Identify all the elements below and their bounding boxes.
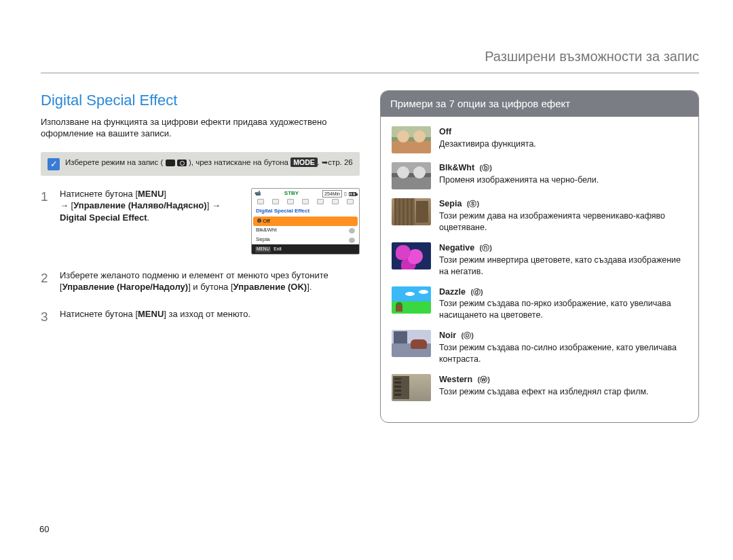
effect-row: Dazzle (ⓓ)Този режим създава по-ярко изо…	[392, 286, 688, 322]
step-1-text: Натиснете бутона [MENU] → [Управление (Н…	[60, 188, 244, 224]
columns: Digital Special Effect Използване на фун…	[41, 90, 699, 423]
page-ref-icon: ➥	[322, 158, 328, 166]
examples-panel: Примери за 7 опции за цифров ефект OffДе…	[380, 90, 699, 423]
effect-row: Sepia (ⓢ)Този режим дава на изображеният…	[392, 198, 688, 234]
effect-text: Western (ⓦ)Този режим създава ефект на и…	[439, 374, 649, 398]
effect-desc: Дезактивира функцията.	[439, 138, 536, 150]
effect-name: Noir (ⓞ)	[439, 330, 688, 341]
lcd-time: 254Min	[322, 190, 342, 198]
lcd-menu-title: Digital Special Effect	[252, 206, 359, 217]
note-box: ✓ Изберете режим на запис ( ), чрез нати…	[41, 152, 360, 176]
step-3: 3 Натиснете бутона [MENU] за изход от ме…	[41, 308, 360, 326]
panel-title: Примери за 7 опции за цифров ефект	[381, 91, 698, 117]
effect-glyph-icon: (ⓢ)	[467, 199, 479, 209]
effect-thumbnail	[392, 198, 431, 225]
effect-row: Noir (ⓞ)Този режим създава по-силно изоб…	[392, 330, 688, 365]
effect-thumbnail	[392, 126, 431, 153]
section-title: Digital Special Effect	[41, 90, 360, 111]
effect-row: Blk&Wht (ⓑ)Променя изображенията на черн…	[392, 162, 688, 189]
effect-glyph-icon	[349, 228, 355, 234]
effect-thumbnail	[392, 162, 431, 189]
step-2: 2 Изберете желаното подменю и елемент от…	[41, 269, 360, 293]
effects-list: OffДезактивира функцията.Blk&Wht (ⓑ)Пром…	[381, 117, 698, 422]
effect-text: Blk&Wht (ⓑ)Променя изображенията на черн…	[439, 162, 599, 186]
effect-text: OffДезактивира функцията.	[439, 126, 536, 150]
page: Разширени възможности за запис Digital S…	[0, 0, 733, 450]
effect-thumbnail	[392, 286, 431, 314]
effect-text: Noir (ⓞ)Този режим създава по-силно изоб…	[439, 330, 688, 365]
note-text: Изберете режим на запис ( ), чрез натиск…	[65, 157, 353, 168]
effect-thumbnail	[392, 330, 431, 357]
menu-key-label: MENU	[255, 246, 271, 253]
effect-thumbnail	[392, 242, 431, 269]
effect-row: Negative (ⓝ)Този режим инвертира цветове…	[392, 242, 688, 278]
effect-text: Sepia (ⓢ)Този режим дава на изображеният…	[439, 198, 688, 234]
effect-name: Negative (ⓝ)	[439, 242, 688, 254]
step-1: 1 Натиснете бутона [MENU] → [Управление …	[41, 188, 360, 255]
effect-glyph-icon: (ⓞ)	[461, 331, 473, 341]
effect-glyph-icon	[349, 238, 355, 243]
effect-desc: Този режим инвертира цветовете, като съз…	[439, 255, 688, 278]
effect-glyph-icon: (ⓝ)	[480, 243, 492, 253]
right-column: Примери за 7 опции за цифров ефект OffДе…	[380, 90, 699, 423]
step-number: 1	[41, 188, 52, 206]
effect-name: Off	[439, 126, 536, 138]
page-header: Разширени възможности за запис	[41, 48, 699, 73]
lcd-exit-bar: MENU Exit	[252, 244, 359, 253]
effect-glyph-icon: (ⓓ)	[470, 287, 483, 297]
effect-name: Dazzle (ⓓ)	[439, 286, 688, 298]
lcd-exit-label: Exit	[274, 246, 282, 252]
step-3-text: Натиснете бутона [MENU] за изход от меню…	[60, 308, 360, 320]
step-number: 3	[41, 308, 52, 326]
page-number: 60	[39, 523, 49, 536]
effect-thumbnail	[392, 374, 431, 401]
lcd-preview: 📹 STBY 254Min ▯	[251, 188, 360, 255]
lcd-icon-row	[252, 198, 359, 206]
sd-icon: ▯	[344, 191, 347, 197]
lcd-menu-item-blkwht: Blk&Wht	[252, 226, 359, 236]
check-icon: ✓	[48, 158, 60, 170]
effect-text: Dazzle (ⓓ)Този режим създава по-ярко изо…	[439, 286, 688, 322]
effect-name: Western (ⓦ)	[439, 374, 649, 386]
effect-desc: Този режим създава ефект на избледнял ст…	[439, 386, 649, 398]
effect-name: Sepia (ⓢ)	[439, 198, 688, 210]
battery-icon	[349, 192, 356, 196]
video-icon	[166, 160, 175, 166]
effect-text: Negative (ⓝ)Този режим инвертира цветове…	[439, 242, 688, 278]
steps-list: 1 Натиснете бутона [MENU] → [Управление …	[41, 188, 360, 326]
effect-name: Blk&Wht (ⓑ)	[439, 162, 599, 174]
intro-text: Използване на функцията за цифрови ефект…	[41, 116, 360, 140]
left-column: Digital Special Effect Използване на фун…	[41, 90, 360, 423]
camera-icon	[177, 160, 187, 166]
effect-row: OffДезактивира функцията.	[392, 126, 688, 153]
lcd-menu-item-off: Off	[253, 217, 358, 226]
effect-row: Western (ⓦ)Този режим създава ефект на и…	[392, 374, 688, 401]
lcd-mode-icon: 📹	[255, 190, 261, 197]
effect-glyph-icon: (ⓑ)	[480, 163, 492, 173]
effect-desc: Променя изображенията на черно-бели.	[439, 174, 599, 186]
effect-desc: Този режим създава по-ярко изображение, …	[439, 298, 688, 321]
step-number: 2	[41, 269, 52, 287]
effect-desc: Този режим дава на изображенията червени…	[439, 210, 688, 234]
lcd-menu-item-sepia: Sepia	[252, 236, 359, 245]
step-2-text: Изберете желаното подменю и елемент от м…	[60, 269, 360, 293]
effect-glyph-icon: (ⓦ)	[478, 375, 490, 385]
mode-button-label: MODE	[290, 157, 318, 167]
effect-desc: Този режим създава по-силно изображение,…	[439, 342, 688, 365]
lcd-stby: STBY	[284, 190, 299, 198]
